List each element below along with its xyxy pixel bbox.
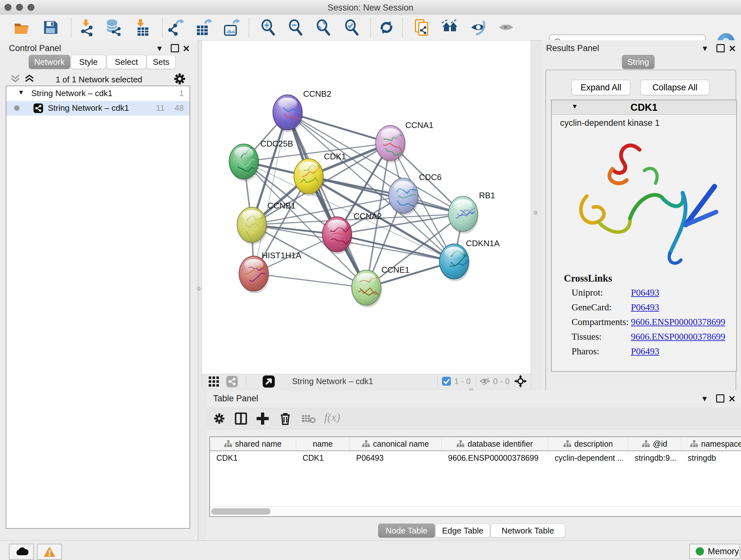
network-node-CDC6[interactable] <box>389 178 419 215</box>
apply-layout-icon[interactable] <box>378 18 395 37</box>
selected-checkbox-icon[interactable] <box>442 377 451 386</box>
crosslink-value-link[interactable]: P06493 <box>631 287 659 298</box>
table-options-gear-icon[interactable] <box>213 413 225 425</box>
vertical-splitter-handle[interactable] <box>197 287 201 291</box>
node-table[interactable]: shared namenamecanonical namedatabase id… <box>209 436 741 517</box>
string-network-graph[interactable]: CCNB2CCNA1CDC25BCDK1CDC6RB1CCNB1CCNA2CDK… <box>202 41 531 374</box>
pan-crosshair-icon[interactable] <box>514 375 527 388</box>
cloud-status-button[interactable] <box>9 544 34 560</box>
show-columns-icon[interactable] <box>235 413 247 425</box>
crosslink-row: Uniprot:P06493 <box>571 287 731 302</box>
network-node-CCNE1[interactable] <box>352 270 382 307</box>
column-header-canonical-name[interactable]: canonical name <box>350 437 442 450</box>
collection-expand-icon[interactable]: ▼ <box>18 89 24 96</box>
protein-structure-image <box>564 132 724 269</box>
network-row[interactable]: String Network – cdk1 11 48 <box>6 101 190 116</box>
tab-string[interactable]: String <box>622 55 655 69</box>
delete-column-trash-icon[interactable] <box>280 412 291 425</box>
maximize-panel-icon[interactable] <box>716 394 724 402</box>
network-node-HIST1H1A[interactable] <box>239 256 269 294</box>
gene-section-header[interactable]: ▼ CDK1 <box>552 100 736 115</box>
expand-all-button[interactable]: Expand All <box>571 80 630 95</box>
tab-style[interactable]: Style <box>71 55 106 69</box>
network-view-canvas[interactable]: CCNB2CCNA1CDC25BCDK1CDC6RB1CCNB1CCNA2CDK… <box>202 40 531 388</box>
tab-sets[interactable]: Sets <box>147 55 176 69</box>
zoom-selected-icon[interactable] <box>343 18 360 37</box>
tab-network[interactable]: Network <box>29 55 70 69</box>
maximize-panel-icon[interactable] <box>171 44 179 52</box>
column-header-database-identifier[interactable]: database identifier <box>442 437 548 450</box>
zoom-fit-icon[interactable] <box>314 18 332 37</box>
tab-network-table[interactable]: Network Table <box>490 523 565 538</box>
save-session-icon[interactable] <box>42 18 59 37</box>
collapse-all-button[interactable]: Collapse All <box>641 80 710 95</box>
gene-description: cyclin-dependent kinase 1 <box>560 118 660 128</box>
show-all-eye-icon[interactable] <box>497 18 515 37</box>
column-header--id[interactable]: @id <box>628 437 681 450</box>
crosslink-value-link[interactable]: 9606.ENSP00000378699 <box>631 317 725 327</box>
network-node-RB1[interactable] <box>448 196 479 234</box>
crosslink-label: Compartments: <box>571 317 629 327</box>
tab-select[interactable]: Select <box>107 55 146 69</box>
network-node-CCNA2[interactable] <box>322 217 353 254</box>
hide-selected-eye-icon[interactable] <box>469 18 487 37</box>
network-edge-CCNB2-HIST1H1A[interactable] <box>254 112 287 273</box>
crosslink-value-link[interactable]: 9606.ENSP00000378699 <box>631 331 725 342</box>
import-table-icon[interactable] <box>134 18 151 37</box>
warning-status-button[interactable] <box>37 544 62 560</box>
close-panel-icon[interactable]: ✕ <box>728 394 736 404</box>
maximize-panel-icon[interactable] <box>717 44 725 52</box>
memory-button[interactable]: Memory <box>689 544 740 559</box>
crosslink-value-link[interactable]: P06493 <box>631 302 659 313</box>
export-table-icon[interactable] <box>194 18 212 37</box>
import-network-icon[interactable] <box>78 18 96 37</box>
first-neighbors-icon[interactable] <box>441 18 459 37</box>
network-node-CCNB1[interactable] <box>237 207 268 246</box>
crosslink-row: GeneCard:P06493 <box>571 302 731 317</box>
table-row[interactable]: CDK1CDK1P064939606.ENSP00000378699cyclin… <box>210 451 741 464</box>
network-options-gear-icon[interactable] <box>173 72 186 85</box>
network-share-icon[interactable] <box>226 376 238 387</box>
crosslink-value-link[interactable]: P06493 <box>631 346 659 357</box>
toolbar-separator <box>162 18 163 37</box>
close-panel-icon[interactable]: ✕ <box>183 44 190 54</box>
clone-network-icon[interactable] <box>413 18 431 37</box>
column-header-shared-name[interactable]: shared name <box>210 437 296 450</box>
network-edge-CCNB2-CCNE1[interactable] <box>287 112 366 288</box>
column-header-namespace[interactable]: namespace <box>681 437 741 450</box>
horizontal-scrollbar[interactable] <box>210 506 741 516</box>
hidden-eye-icon[interactable] <box>480 377 490 386</box>
export-image-icon[interactable] <box>222 18 240 37</box>
import-database-icon[interactable] <box>105 18 122 37</box>
open-session-icon[interactable] <box>13 18 30 37</box>
tab-node-table[interactable]: Node Table <box>378 523 435 538</box>
column-header-description[interactable]: description <box>548 437 628 450</box>
network-node-CCNB2[interactable] <box>273 95 305 132</box>
gene-symbol: CDK1 <box>552 102 736 113</box>
zoom-in-icon[interactable] <box>259 18 277 37</box>
table-cell: stringdb <box>681 451 741 464</box>
create-column-plus-icon[interactable] <box>257 413 269 425</box>
export-network-icon[interactable] <box>167 18 185 37</box>
node-label-CCNA2: CCNA2 <box>354 211 382 221</box>
network-node-CCNA1[interactable] <box>376 125 406 163</box>
close-panel-icon[interactable]: ✕ <box>729 44 736 54</box>
float-panel-icon[interactable]: ▼ <box>156 44 163 53</box>
grid-view-icon[interactable] <box>208 376 219 387</box>
detach-view-icon[interactable] <box>263 375 275 388</box>
zoom-out-icon[interactable] <box>286 18 305 37</box>
network-collection-row[interactable]: ▼ String Network – cdk1 1 <box>6 86 190 101</box>
vertical-splitter-handle[interactable] <box>534 211 537 214</box>
tab-edge-table[interactable]: Edge Table <box>435 523 490 538</box>
network-edge-HIST1H1A-CCNE1[interactable] <box>254 273 366 288</box>
network-node-CDK1[interactable] <box>294 159 324 196</box>
scrollbar-thumb[interactable] <box>211 508 271 515</box>
network-node-CDKN1A[interactable] <box>440 244 470 281</box>
float-panel-icon[interactable]: ▼ <box>701 394 709 403</box>
column-header-name[interactable]: name <box>296 437 350 450</box>
collection-name: String Network – cdk1 <box>31 88 112 98</box>
float-panel-icon[interactable]: ▼ <box>701 44 709 53</box>
results-panel-title: Results Panel <box>546 44 599 53</box>
network-node-CDC25B[interactable] <box>229 144 259 181</box>
node-label-CCNB1: CCNB1 <box>267 201 295 210</box>
